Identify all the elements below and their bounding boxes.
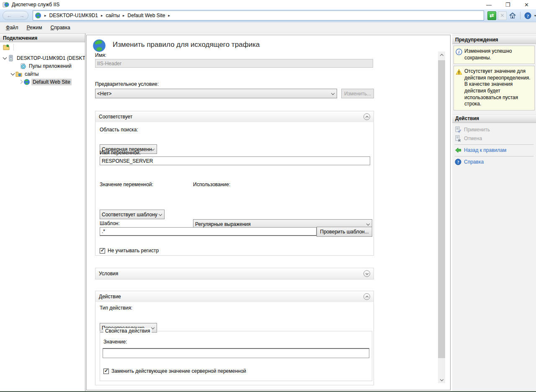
conditions-section: Условия [95, 268, 374, 279]
actions-list: Применить Отмена Назад к правилам [452, 123, 536, 167]
warning-icon [456, 69, 462, 75]
connections-header: Подключения [0, 33, 85, 42]
menu-view[interactable]: Режим [23, 23, 46, 32]
variable-name-label: Имя переменной: [100, 150, 141, 156]
tree-item-sites[interactable]: сайты [0, 70, 85, 78]
menu-help[interactable]: Справка [46, 23, 75, 32]
apply-button: Применить [455, 126, 536, 134]
help-link[interactable]: ? Справка [455, 158, 536, 167]
forward-button[interactable]: → [19, 13, 25, 18]
back-button[interactable]: ← [7, 13, 12, 18]
variable-value-label: Значение переменной: [100, 182, 153, 187]
stop-icon: ✕ [498, 11, 507, 20]
collapse-section-icon[interactable] [363, 113, 370, 120]
menu-bar: Файл Режим Справка [0, 22, 536, 33]
chevron-down-icon [331, 92, 335, 95]
edit-precondition-button: Изменить... [341, 89, 374, 98]
apply-icon [455, 126, 461, 133]
expand-section-icon[interactable] [363, 270, 370, 277]
menu-file[interactable]: Файл [2, 23, 23, 32]
page-title: Изменить правило для исходящего трафика [113, 41, 260, 49]
breadcrumb-arrow-icon [121, 13, 126, 18]
info-icon: i [456, 49, 462, 55]
pattern-label: Шаблон: [100, 220, 120, 226]
breadcrumb-server[interactable]: DESKTOP-U1MK9D1 [48, 13, 100, 18]
ignore-case-checkbox[interactable] [100, 248, 105, 254]
save-connections-icon[interactable] [3, 44, 10, 51]
action-type-label: Тип действия: [100, 305, 132, 311]
app-pools-icon [20, 63, 26, 69]
breadcrumb-arrow-icon [100, 13, 104, 18]
collapse-section-icon[interactable] [363, 293, 370, 300]
title-bar: Диспетчер служб IIS — ❐ ✕ [0, 0, 536, 9]
scroll-up-icon[interactable] [438, 51, 445, 59]
replace-checkbox-row[interactable]: Заменить действующее значение серверной … [103, 368, 246, 374]
actions-separator [455, 156, 533, 156]
variable-name-input[interactable] [100, 156, 370, 165]
alert-warning: Отсутствует значение для действия переоп… [454, 66, 535, 110]
actions-separator [455, 144, 533, 145]
connections-toolbar [0, 42, 85, 52]
breadcrumb-default-web-site[interactable]: Default Web Site [126, 13, 167, 18]
scrollbar-thumb[interactable] [438, 60, 445, 358]
precondition-label: Предварительное условие: [95, 81, 159, 87]
tree-item-sites-label[interactable]: сайты [23, 71, 40, 77]
action-properties-group: Свойства действия Значение: Заменить дей… [100, 331, 372, 381]
match-section: Соответствует Область поиска: Серверная … [95, 111, 374, 256]
chevron-down-icon[interactable] [3, 55, 7, 59]
action-value-input[interactable] [103, 348, 369, 358]
test-pattern-button[interactable]: Проверить шаблон... [317, 227, 372, 237]
home-icon[interactable] [508, 11, 517, 20]
nav-buttons: ← → [3, 11, 28, 20]
actions-header: Действия [452, 114, 536, 123]
sites-folder-icon [15, 71, 22, 77]
chevron-down-icon [366, 222, 370, 225]
chevron-down-icon[interactable] [11, 71, 15, 75]
scroll-down-icon[interactable] [438, 376, 445, 383]
main-scrollbar[interactable] [438, 51, 445, 383]
name-input [95, 59, 373, 68]
page-globe-icon [92, 38, 106, 53]
tree-item-default-web-site[interactable]: Default Web Site [0, 78, 85, 86]
minimize-button[interactable]: — [479, 0, 498, 9]
connections-panel: Подключения DESKTOP-U1MK9D1 (DESKTOP [0, 33, 85, 391]
tree-item-server[interactable]: DESKTOP-U1MK9D1 (DESKTOP [0, 54, 85, 62]
help-icon[interactable]: ? [523, 11, 532, 20]
globe-icon [35, 12, 41, 19]
replace-label: Заменить действующее значение серверной … [111, 368, 246, 374]
restore-button[interactable]: ❐ [498, 0, 517, 9]
back-to-rules-link[interactable]: Назад к правилам [455, 146, 536, 155]
breadcrumb-sites[interactable]: сайты [104, 13, 122, 18]
right-panel: Предупреждения i Изменения успешно сохра… [452, 33, 536, 391]
ignore-case-label: Не учитывать регистр [108, 248, 159, 254]
precondition-select[interactable]: <Нет> [95, 89, 337, 98]
alerts-header: Предупреждения [452, 35, 536, 44]
back-arrow-icon [455, 147, 461, 154]
breadcrumb-arrow-icon [167, 13, 171, 18]
tree-item-default-web-site-label[interactable]: Default Web Site [31, 79, 72, 85]
tree-item-server-label[interactable]: DESKTOP-U1MK9D1 (DESKTOP [15, 55, 85, 61]
replace-checkbox[interactable] [103, 369, 109, 374]
help-dropdown-caret-icon[interactable] [534, 14, 536, 18]
alert-info: i Изменения успешно сохранены. [454, 46, 535, 64]
tree-item-app-pools-label[interactable]: Пулы приложений [28, 63, 73, 69]
close-button[interactable]: ✕ [517, 0, 536, 9]
svg-text:i: i [459, 50, 460, 54]
refresh-icon[interactable]: ⇄ [487, 11, 496, 20]
cancel-icon [455, 135, 461, 142]
breadcrumb[interactable]: DESKTOP-U1MK9D1 сайты Default Web Site [33, 10, 484, 20]
connections-tree: DESKTOP-U1MK9D1 (DESKTOP Пулы приложений [0, 52, 85, 86]
pattern-input[interactable] [100, 227, 317, 236]
address-bar: ← → DESKTOP-U1MK9D1 сайты Default Web Si… [0, 9, 536, 22]
server-icon [8, 55, 14, 61]
ignore-case-checkbox-row[interactable]: Не учитывать регистр [100, 248, 159, 254]
variable-value-select[interactable]: Соответствует шаблону [100, 210, 165, 219]
conditions-section-title: Условия [99, 271, 118, 277]
tree-item-app-pools[interactable]: Пулы приложений [0, 62, 85, 70]
chevron-right-icon[interactable] [19, 80, 23, 84]
name-label: Имя: [95, 52, 106, 58]
alert-warning-text: Отсутствует значение для действия переоп… [464, 68, 533, 108]
chevron-down-icon [159, 213, 162, 216]
using-label: Использование: [193, 182, 230, 187]
cancel-button: Отмена [455, 134, 536, 143]
